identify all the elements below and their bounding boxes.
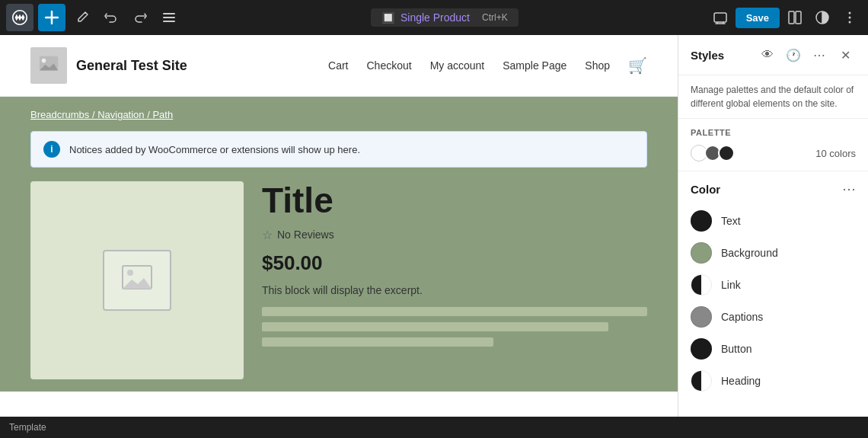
button-color-label: Button [721, 343, 752, 355]
bottom-bar-label: Template [9, 422, 46, 433]
product-details: Title ☆ No Reviews $50.00 This block wil… [262, 181, 647, 379]
main-layout: General Test Site Cart Checkout My accou… [0, 35, 868, 417]
background-color-label: Background [721, 247, 778, 259]
options-button[interactable] [838, 5, 862, 30]
captions-color-label: Captions [721, 311, 763, 323]
nav-shop[interactable]: Shop [585, 59, 610, 72]
layout-button[interactable] [783, 5, 807, 30]
redo-button[interactable] [128, 5, 152, 30]
bottom-bar: Template [0, 417, 868, 438]
styles-close-button[interactable]: ✕ [834, 44, 856, 66]
pen-tool-button[interactable] [70, 5, 94, 30]
page-content: Breadcrumbs / Navigation / Path i Notice… [0, 97, 678, 392]
page-title-button[interactable]: 🔲 Single Product Ctrl+K [371, 8, 519, 27]
info-icon: i [43, 141, 60, 158]
svg-rect-0 [163, 13, 175, 14]
toolbar-right: Save [708, 5, 862, 30]
product-line [262, 307, 647, 316]
image-placeholder [103, 250, 171, 311]
toolbar-center: 🔲 Single Product Ctrl+K [186, 8, 704, 27]
undo-button[interactable] [99, 5, 123, 30]
nav-my-account[interactable]: My account [430, 59, 485, 72]
product-area: Title ☆ No Reviews $50.00 This block wil… [30, 181, 647, 379]
palette-count: 10 colors [815, 148, 856, 159]
svg-point-7 [849, 12, 851, 14]
svg-point-9 [849, 21, 851, 24]
product-reviews: ☆ No Reviews [262, 228, 647, 242]
palette-row[interactable]: 10 colors [691, 145, 856, 161]
product-reviews-text: No Reviews [277, 229, 334, 241]
sidebar-header: Styles 👁 🕐 ⋯ ✕ [678, 35, 868, 75]
svg-marker-14 [123, 278, 152, 289]
svg-rect-5 [796, 11, 801, 24]
page-title-shortcut: Ctrl+K [482, 12, 508, 23]
link-color-circle [691, 274, 712, 296]
site-header: General Test Site Cart Checkout My accou… [0, 35, 678, 97]
svg-point-8 [849, 17, 851, 19]
svg-rect-4 [789, 11, 794, 24]
captions-color-circle [691, 306, 712, 328]
color-section: Color ⋯ Text Background Link Captions [678, 171, 868, 417]
heading-color-label: Heading [721, 375, 761, 387]
styles-history-button[interactable]: 🕐 [783, 44, 804, 66]
heading-color-circle [691, 370, 712, 392]
swatch-dark [718, 145, 735, 161]
palette-swatches [691, 145, 735, 161]
text-color-label: Text [721, 215, 741, 227]
site-logo-area: General Test Site [30, 47, 187, 84]
styles-more-button[interactable]: ⋯ [809, 44, 830, 66]
product-image [30, 181, 244, 379]
site-name: General Test Site [76, 58, 187, 74]
wp-logo [6, 4, 34, 31]
toolbar: 🔲 Single Product Ctrl+K Save [0, 0, 868, 35]
color-item-captions[interactable]: Captions [691, 301, 856, 333]
sidebar-header-actions: 👁 🕐 ⋯ ✕ [757, 44, 856, 66]
page-icon: 🔲 [381, 11, 394, 24]
breadcrumb[interactable]: Breadcrumbs / Navigation / Path [30, 109, 647, 120]
color-section-menu-button[interactable]: ⋯ [842, 181, 856, 197]
svg-rect-3 [714, 13, 726, 22]
color-item-button[interactable]: Button [691, 333, 856, 365]
palette-label: PALETTE [691, 128, 856, 137]
palette-section: PALETTE 10 colors [678, 119, 868, 171]
color-item-link[interactable]: Link [691, 269, 856, 301]
product-line [262, 337, 493, 347]
product-excerpt: This block will display the excerpt. [262, 284, 647, 296]
styles-eye-button[interactable]: 👁 [757, 44, 778, 66]
canvas-area: General Test Site Cart Checkout My accou… [0, 35, 678, 417]
text-color-circle [691, 210, 712, 232]
site-logo [30, 47, 67, 84]
svg-rect-1 [163, 17, 175, 18]
add-block-button[interactable] [38, 4, 65, 31]
nav-checkout[interactable]: Checkout [366, 59, 411, 72]
product-lines [262, 307, 647, 347]
notice-box: i Notices added by WooCommerce or extens… [30, 131, 647, 168]
product-title: Title [262, 181, 647, 220]
contrast-button[interactable] [810, 5, 834, 30]
product-line [262, 322, 608, 331]
color-section-header: Color ⋯ [691, 181, 856, 197]
svg-rect-2 [163, 21, 175, 22]
cart-icon[interactable]: 🛒 [628, 56, 647, 75]
color-item-background[interactable]: Background [691, 237, 856, 269]
page-title-text: Single Product [400, 11, 470, 24]
list-view-button[interactable] [157, 5, 181, 30]
star-icon: ☆ [262, 228, 273, 242]
link-color-label: Link [721, 279, 741, 291]
sidebar-description: Manage palettes and the default color of… [678, 75, 868, 119]
color-item-text[interactable]: Text [691, 205, 856, 237]
button-color-circle [691, 338, 712, 360]
color-section-title: Color [691, 183, 720, 196]
svg-point-12 [42, 59, 46, 63]
svg-point-15 [127, 270, 133, 276]
nav-cart[interactable]: Cart [328, 59, 348, 72]
save-button[interactable]: Save [736, 8, 780, 28]
background-color-circle [691, 242, 712, 264]
nav-sample-page[interactable]: Sample Page [503, 59, 566, 72]
preview-button[interactable] [708, 5, 732, 30]
notice-text: Notices added by WooCommerce or extensio… [69, 144, 360, 155]
site-nav: Cart Checkout My account Sample Page Sho… [328, 56, 647, 75]
sidebar-title: Styles [691, 49, 724, 62]
color-item-heading[interactable]: Heading [691, 365, 856, 397]
product-price: $50.00 [262, 251, 647, 275]
